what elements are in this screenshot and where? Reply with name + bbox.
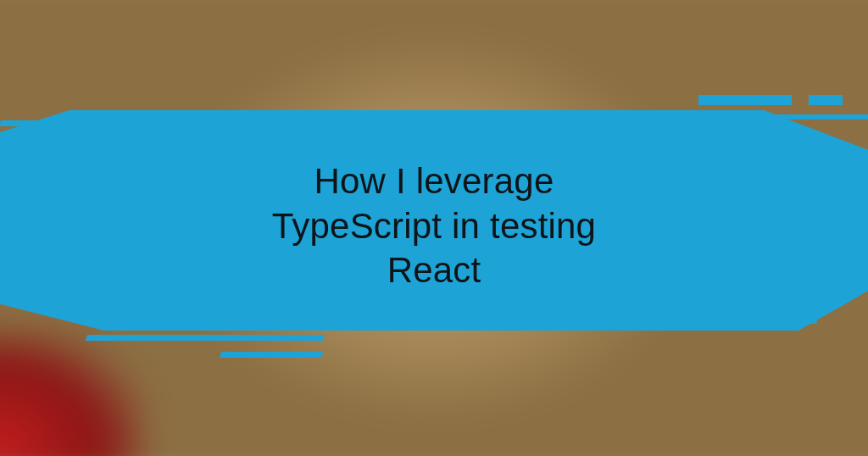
accent-stripe <box>698 95 792 105</box>
accent-stripe <box>809 95 843 105</box>
title-banner: How I leverage TypeScript in testing Rea… <box>0 76 868 364</box>
title-line: React <box>387 250 481 290</box>
title-line: How I leverage <box>314 161 554 201</box>
page-title: How I leverage TypeScript in testing Rea… <box>0 159 868 293</box>
accent-stripe <box>86 335 325 341</box>
accent-stripe <box>220 352 323 358</box>
title-line: TypeScript in testing <box>272 206 596 246</box>
accent-stripe <box>511 318 818 324</box>
